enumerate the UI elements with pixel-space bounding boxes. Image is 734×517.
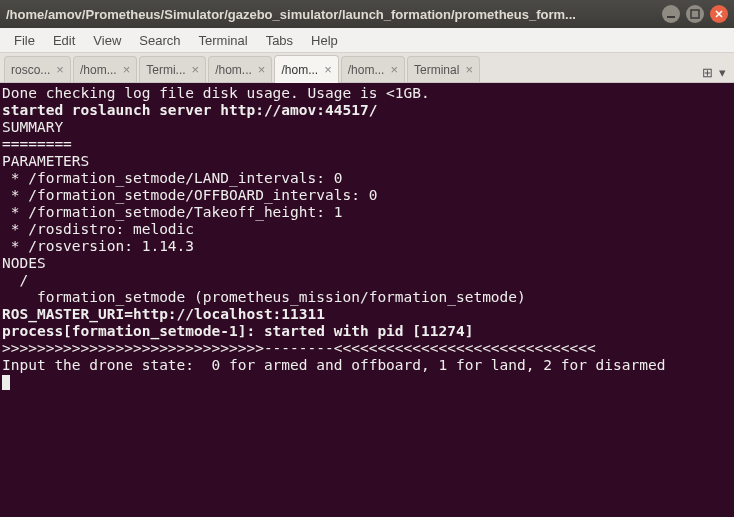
menu-view[interactable]: View xyxy=(85,30,129,51)
menu-edit[interactable]: Edit xyxy=(45,30,83,51)
terminal-line: process[formation_setmode-1]: started wi… xyxy=(2,323,732,340)
svg-rect-0 xyxy=(667,16,675,18)
terminal-line: * /formation_setmode/Takeoff_height: 1 xyxy=(2,204,732,221)
menu-file[interactable]: File xyxy=(6,30,43,51)
terminal-line: PARAMETERS xyxy=(2,153,732,170)
tab-3[interactable]: /hom... × xyxy=(208,56,272,82)
terminal-line: * /formation_setmode/OFFBOARD_intervals:… xyxy=(2,187,732,204)
tab-close-icon[interactable]: × xyxy=(56,63,64,76)
tab-6[interactable]: Terminal × xyxy=(407,56,480,82)
tab-1[interactable]: /hom... × xyxy=(73,56,137,82)
tab-4-active[interactable]: /hom... × xyxy=(274,55,338,83)
tab-0[interactable]: rosco... × xyxy=(4,56,71,82)
cursor-icon xyxy=(2,375,10,390)
tab-label: /hom... xyxy=(80,63,117,77)
tab-label: Termi... xyxy=(146,63,185,77)
maximize-icon xyxy=(690,9,700,19)
terminal-line: NODES xyxy=(2,255,732,272)
menu-help[interactable]: Help xyxy=(303,30,346,51)
terminal-line: Input the drone state: 0 for armed and o… xyxy=(2,357,732,374)
minimize-button[interactable] xyxy=(662,5,680,23)
terminal-line: / xyxy=(2,272,732,289)
tab-close-icon[interactable]: × xyxy=(123,63,131,76)
terminal-line: SUMMARY xyxy=(2,119,732,136)
terminal-line: ======== xyxy=(2,136,732,153)
close-icon xyxy=(714,9,724,19)
tab-close-icon[interactable]: × xyxy=(192,63,200,76)
tab-close-icon[interactable]: × xyxy=(390,63,398,76)
terminal-line: >>>>>>>>>>>>>>>>>>>>>>>>>>>>>>--------<<… xyxy=(2,340,732,357)
terminal-cursor-line xyxy=(2,374,732,391)
terminal-line: Done checking log file disk usage. Usage… xyxy=(2,85,732,102)
terminal-line: formation_setmode (prometheus_mission/fo… xyxy=(2,289,732,306)
tab-label: /hom... xyxy=(348,63,385,77)
tab-label: rosco... xyxy=(11,63,50,77)
window-controls xyxy=(662,5,728,23)
close-button[interactable] xyxy=(710,5,728,23)
terminal-line: * /rosversion: 1.14.3 xyxy=(2,238,732,255)
tab-label: Terminal xyxy=(414,63,459,77)
tab-2[interactable]: Termi... × xyxy=(139,56,206,82)
menu-search[interactable]: Search xyxy=(131,30,188,51)
window-titlebar: /home/amov/Prometheus/Simulator/gazebo_s… xyxy=(0,0,734,28)
svg-rect-1 xyxy=(691,10,699,18)
menu-tabs[interactable]: Tabs xyxy=(258,30,301,51)
menubar: File Edit View Search Terminal Tabs Help xyxy=(0,28,734,53)
terminal-line: * /rosdistro: melodic xyxy=(2,221,732,238)
tab-bar: rosco... × /hom... × Termi... × /hom... … xyxy=(0,53,734,83)
tab-label: /hom... xyxy=(281,63,318,77)
tab-close-icon[interactable]: × xyxy=(258,63,266,76)
minimize-icon xyxy=(666,9,676,19)
menu-terminal[interactable]: Terminal xyxy=(191,30,256,51)
maximize-button[interactable] xyxy=(686,5,704,23)
terminal-line: * /formation_setmode/LAND_intervals: 0 xyxy=(2,170,732,187)
tab-label: /hom... xyxy=(215,63,252,77)
tab-5[interactable]: /hom... × xyxy=(341,56,405,82)
terminal-line: ROS_MASTER_URI=http://localhost:11311 xyxy=(2,306,732,323)
tabbar-right: ⊞ ▾ xyxy=(702,65,730,82)
tab-close-icon[interactable]: × xyxy=(324,63,332,76)
window-title: /home/amov/Prometheus/Simulator/gazebo_s… xyxy=(6,7,654,22)
terminal-output[interactable]: Done checking log file disk usage. Usage… xyxy=(0,83,734,517)
tab-overflow-icon[interactable]: ▾ xyxy=(719,65,726,80)
new-tab-icon[interactable]: ⊞ xyxy=(702,65,713,80)
tab-close-icon[interactable]: × xyxy=(465,63,473,76)
terminal-line: started roslaunch server http://amov:445… xyxy=(2,102,732,119)
